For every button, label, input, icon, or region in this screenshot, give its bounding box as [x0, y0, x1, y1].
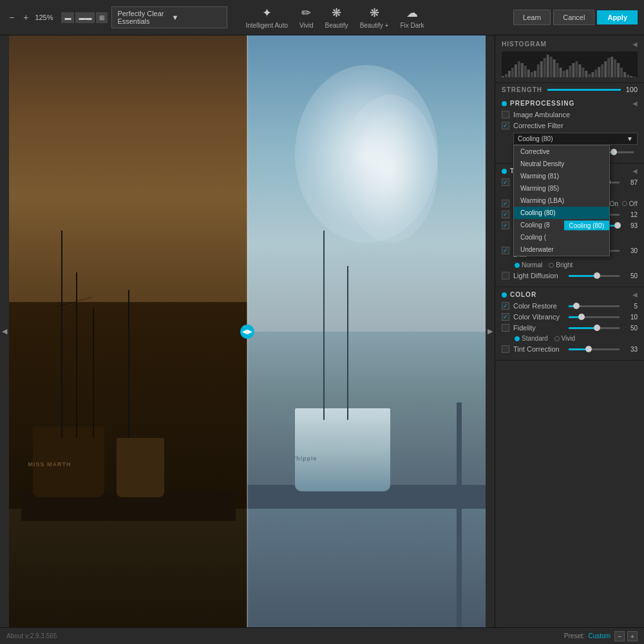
dropdown-item-warming-85[interactable]: Warming (85) [514, 182, 609, 194]
filter-dropdown[interactable]: Cooling (80) ▼ [513, 133, 638, 145]
preset-intelligent-auto[interactable]: ✦ Intelligent Auto [245, 6, 288, 29]
zoom-level: 125% [35, 14, 57, 21]
zoom-out-button[interactable]: − [6, 11, 17, 24]
svg-rect-25 [582, 68, 584, 77]
svg-rect-21 [569, 66, 572, 77]
svg-rect-16 [553, 59, 556, 77]
preprocessing-dot [502, 101, 507, 106]
svg-rect-12 [540, 61, 543, 77]
color-vibrancy-row: Color Vibrancy 10 [502, 313, 638, 321]
preset-label: Vivid [299, 22, 314, 29]
dropdown-item-warming-81[interactable]: Warming (81) [514, 170, 609, 182]
left-arrow-icon: ◀ [2, 327, 7, 336]
view-single-button[interactable]: ▬ [61, 12, 74, 23]
face-aware-checkbox[interactable] [502, 200, 509, 207]
depth-value: 93 [623, 222, 638, 229]
face-aware-off-option[interactable]: Off [622, 200, 638, 207]
svg-rect-35 [614, 59, 616, 77]
svg-rect-7 [524, 66, 527, 77]
exposure-checkbox[interactable] [502, 178, 509, 186]
light-diffusion-checkbox[interactable] [502, 272, 509, 279]
svg-rect-18 [560, 68, 562, 77]
svg-rect-3 [511, 68, 514, 77]
tint-correction-slider[interactable] [569, 348, 620, 350]
preset-beautify-plus[interactable]: ❋ Beautify + [360, 6, 389, 29]
intelligent-auto-icon: ✦ [262, 6, 272, 20]
fidelity-slider[interactable] [569, 327, 620, 329]
skin-normal-option[interactable]: Normal [515, 261, 542, 269]
dropdown-item-neutral-density[interactable]: Neutral Density [514, 158, 609, 170]
fidelity-label: Fidelity [513, 324, 565, 332]
image-ambulance-checkbox[interactable] [502, 111, 509, 118]
svg-rect-14 [547, 55, 549, 77]
image-ambulance-row: Image Ambulance [502, 111, 638, 118]
fidelity-standard-radio[interactable] [515, 336, 520, 341]
preprocessing-collapse-icon[interactable]: ◀ [632, 100, 638, 107]
fidelity-vivid-option[interactable]: Vivid [554, 335, 576, 342]
split-handle[interactable]: ◀▶ [240, 325, 254, 339]
skin-bright-radio[interactable] [549, 263, 554, 268]
skin-bright-label: Bright [556, 261, 573, 269]
color-collapse-icon[interactable]: ◀ [632, 291, 638, 298]
skin-bright-option[interactable]: Bright [549, 261, 573, 269]
color-restore-slider[interactable] [569, 305, 620, 307]
cooling-tooltip: Cooling (80) [564, 220, 609, 230]
view-split-button[interactable]: ▬▬ [75, 12, 95, 23]
version-label: About v:2.9.3.565 [6, 632, 57, 639]
dropdown-item-cooling-lbb[interactable]: Cooling ( [514, 231, 609, 243]
color-restore-checkbox[interactable] [502, 302, 509, 310]
main-area: ◀ [0, 35, 644, 627]
cancel-button[interactable]: Cancel [553, 10, 594, 25]
preset-fix-dark[interactable]: ☁ Fix Dark [400, 6, 424, 29]
preset-dropdown-arrow: ▼ [171, 14, 222, 21]
preset-plus-button[interactable]: + [627, 631, 638, 641]
preset-minus-button[interactable]: − [614, 631, 625, 641]
histogram-collapse-icon[interactable]: ◀ [632, 41, 638, 48]
tone-collapse-icon[interactable]: ◀ [632, 167, 638, 175]
svg-rect-27 [588, 74, 591, 77]
svg-rect-39 [627, 75, 629, 77]
fidelity-checkbox[interactable] [502, 324, 509, 332]
tint-correction-checkbox[interactable] [502, 345, 509, 353]
face-aware-off-radio[interactable] [622, 201, 627, 206]
strength-value: 100 [626, 86, 638, 93]
image-area: MISS MARTH [9, 35, 486, 627]
zoom-in-button[interactable]: + [21, 11, 31, 24]
preprocessing-section: PREPROCESSING ◀ Image Ambulance Correcti… [495, 96, 644, 164]
view-grid-button[interactable]: ⊞ [96, 12, 108, 23]
apply-button[interactable]: Apply [597, 10, 638, 24]
fidelity-standard-option[interactable]: Standard [515, 335, 548, 342]
right-panel-toggle[interactable]: ▶ [486, 35, 495, 627]
skin-bias-options-row: Normal Bright [502, 261, 638, 269]
color-vibrancy-checkbox[interactable] [502, 313, 509, 321]
preset-selector[interactable]: Perfectly Clear Essentials ▼ [111, 6, 227, 28]
strength-slider[interactable] [547, 89, 621, 91]
corrective-filter-checkbox[interactable] [502, 122, 509, 129]
learn-button[interactable]: Learn [513, 10, 551, 25]
svg-rect-11 [537, 64, 540, 77]
dropdown-item-cooling-85[interactable]: Cooling (8 Cooling (80) [514, 219, 609, 231]
svg-rect-17 [556, 63, 559, 77]
fidelity-vivid-radio[interactable] [554, 336, 560, 341]
dropdown-item-underwater[interactable]: Underwater [514, 243, 609, 256]
preset-status-value: Custom [589, 632, 611, 639]
dropdown-item-warming-lba[interactable]: Warming (LBA) [514, 194, 609, 207]
preset-beautify[interactable]: ❋ Beautify [325, 6, 348, 29]
fix-dark-icon: ☁ [406, 6, 418, 20]
svg-rect-0 [502, 76, 504, 77]
dropdown-item-corrective[interactable]: Corrective [514, 146, 609, 158]
svg-rect-22 [572, 63, 574, 77]
black-point-checkbox[interactable] [502, 211, 509, 218]
left-panel-toggle[interactable]: ◀ [0, 35, 9, 627]
histogram-title: HISTOGRAM [502, 41, 547, 48]
dropdown-item-cooling-80[interactable]: Cooling (80) [514, 207, 609, 219]
toolbar-left: − + 125% ▬ ▬▬ ⊞ Perfectly Clear Essentia… [6, 6, 227, 28]
skin-normal-radio[interactable] [515, 263, 520, 268]
fidelity-options-row: Standard Vivid [502, 335, 638, 342]
preset-label: Beautify + [360, 22, 389, 29]
light-diffusion-slider[interactable] [569, 275, 620, 277]
depth-checkbox[interactable] [502, 222, 509, 229]
preset-vivid[interactable]: ✏ Vivid [299, 6, 314, 29]
color-vibrancy-slider[interactable] [569, 316, 620, 318]
skin-depth-bias-checkbox[interactable] [502, 247, 509, 254]
